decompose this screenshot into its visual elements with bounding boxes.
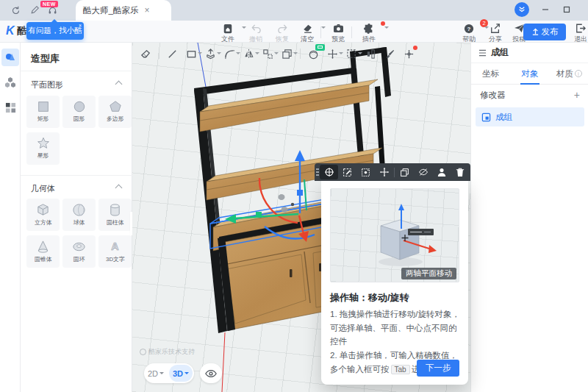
tab-close-icon[interactable]: × [144, 6, 149, 15]
material-tool-icon[interactable] [307, 48, 320, 60]
mode-3d-button[interactable]: 3D [169, 365, 193, 382]
logo-k-icon: K [6, 24, 15, 38]
sphere-icon [72, 203, 86, 217]
shape-card-rectangle[interactable]: 矩形 [26, 96, 60, 128]
properties-header: 成组 [471, 43, 588, 63]
duplicate-icon[interactable] [395, 165, 414, 179]
tooltip-close-icon[interactable]: × [79, 23, 82, 28]
rect-tool-icon[interactable] [185, 48, 198, 60]
axis-line-red [222, 332, 225, 392]
torus-icon [72, 240, 86, 254]
watermark: 酷家乐技术支持 [140, 347, 195, 357]
clear-button[interactable]: 清空 [294, 23, 320, 44]
eraser-icon[interactable] [140, 48, 152, 60]
refresh-icon[interactable] [9, 4, 22, 17]
edit-icon[interactable] [338, 165, 356, 179]
mirror-icon[interactable] [243, 48, 255, 60]
array-icon[interactable] [262, 48, 274, 60]
minimize-icon[interactable] [540, 4, 551, 15]
watermark-logo-icon [140, 349, 146, 355]
preview-button[interactable]: 预览 [325, 23, 351, 44]
line-tool-icon[interactable] [166, 48, 179, 60]
group-tool-icon[interactable] [281, 48, 293, 60]
divider [394, 168, 395, 177]
file-button[interactable]: 文件 [215, 23, 241, 44]
gizmo-settings-icon[interactable] [403, 48, 415, 60]
shape-card-cylinder[interactable]: 圆柱体 [98, 199, 132, 231]
fillet-icon[interactable] [223, 48, 236, 60]
pentagon-icon [109, 100, 122, 113]
move-tool-icon[interactable] [326, 48, 339, 60]
tab-object[interactable]: 对象 [510, 63, 549, 85]
shape-card-circle[interactable]: 圆形 [62, 96, 96, 128]
new-badge: NEW [40, 1, 58, 7]
chevron-up-icon[interactable] [115, 81, 123, 88]
help-button[interactable]: ?2 帮助 [456, 23, 482, 44]
delete-icon[interactable] [451, 165, 469, 179]
hide-icon[interactable] [414, 165, 432, 179]
gizmo-icon[interactable] [320, 165, 338, 179]
shape-card-polygon[interactable]: 多边形 [98, 96, 132, 128]
add-modifier-icon[interactable]: + [574, 89, 580, 101]
maximize-icon[interactable] [562, 4, 572, 15]
properties-panel: 成组 坐标 对象 材质i 修改器 + 成组 [470, 43, 588, 392]
modifier-item-label: 成组 [495, 112, 512, 123]
next-step-button[interactable]: 下一步 [417, 360, 459, 377]
divider [300, 49, 301, 59]
align-icon[interactable] [365, 48, 377, 60]
modifier-item-group[interactable]: 成组 [476, 107, 584, 126]
model-library-icon[interactable] [1, 74, 19, 91]
browser-tab[interactable]: 酷大师_酷家乐 × [76, 0, 171, 21]
drag-handle[interactable] [316, 168, 319, 177]
shape-library-panel: 造型库 平面图形 矩形 圆形 多边形 星形 几何体 立方体 球体 圆柱体 圆锥体… [21, 43, 132, 392]
shape-card-sphere[interactable]: 球体 [62, 199, 96, 231]
pen-icon[interactable] [28, 4, 41, 17]
person-icon[interactable] [432, 165, 451, 179]
circle-icon [73, 100, 86, 113]
cone-icon [36, 240, 50, 254]
panel-title: 造型库 [31, 52, 60, 65]
toolbar-divider [351, 26, 352, 38]
format-brush-icon[interactable] [384, 48, 396, 60]
select-tool-icon[interactable] [345, 48, 358, 60]
logo-text: 酷 [18, 24, 27, 38]
plugin-button[interactable]: 插件 [356, 23, 382, 44]
exit-button[interactable]: 退出 [567, 23, 588, 44]
view-mode-toggle: 2D 3D [144, 363, 194, 383]
selection-name: 成组 [491, 46, 509, 59]
chevron-up-icon[interactable] [115, 185, 123, 192]
dissolve-icon[interactable] [356, 165, 375, 179]
object-context-toolbar [315, 163, 470, 181]
mode-2d-button[interactable]: 2D [144, 365, 168, 382]
left-icon-strip [0, 43, 21, 392]
cylinder-icon [108, 203, 122, 217]
tutorial-line1: 1. 拖拽操作轴进行移动/旋转对象，可选择单轴、平面、中心点不同的控件 [330, 307, 461, 349]
divider [21, 71, 132, 71]
publish-button[interactable]: 发布 [523, 24, 566, 40]
text-3d-icon: A [108, 240, 122, 254]
assistant-tooltip-text: 有问题，找小酷 [28, 26, 82, 36]
shape-card-star[interactable]: 星形 [26, 132, 60, 165]
collapse-circle-icon[interactable] [514, 2, 529, 17]
shape-card-cone[interactable]: 圆锥体 [26, 235, 60, 268]
section-title-solids: 几何体 [31, 183, 55, 194]
tab-coordinates[interactable]: 坐标 [471, 63, 510, 85]
rectangle-icon [37, 100, 50, 113]
cube-icon [36, 203, 50, 217]
shape-library-icon[interactable] [1, 49, 19, 66]
visibility-button[interactable] [200, 363, 222, 383]
eye-icon [205, 369, 217, 378]
material-library-icon[interactable] [1, 99, 19, 116]
shape-card-cube[interactable]: 立方体 [26, 199, 60, 231]
undo-button[interactable]: 撤销 [243, 23, 269, 44]
shape-card-3dtext[interactable]: A 3D文字 [98, 235, 132, 268]
assistant-tooltip[interactable]: 有问题，找小酷 × [26, 22, 84, 40]
properties-tabs: 坐标 对象 材质i [471, 63, 588, 85]
tab-material[interactable]: 材质i [550, 63, 588, 85]
push-pull-icon[interactable] [204, 48, 217, 60]
info-icon: i [575, 70, 582, 77]
share-button[interactable]: 分享 [482, 23, 509, 44]
redo-button[interactable]: 恢复 [269, 23, 295, 44]
move-icon[interactable] [375, 165, 393, 179]
shape-card-torus[interactable]: 圆环 [62, 235, 96, 268]
